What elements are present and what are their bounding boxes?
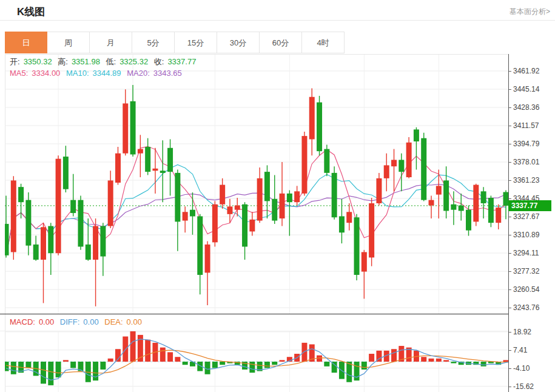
macd-tick-label-mark: [509, 368, 511, 369]
macd-tick-label-mark: [509, 332, 511, 333]
dea-value: 0.00: [127, 317, 142, 326]
page-title: K线图: [17, 5, 45, 19]
period-tab-1[interactable]: 日: [5, 32, 47, 53]
price-tick-label-mark: [509, 308, 511, 308]
low-value: 3325.32: [119, 57, 148, 66]
price-tick-label: 3461.92: [513, 67, 539, 75]
open-value: 3350.32: [24, 57, 52, 66]
price-axis-line: [508, 54, 509, 392]
period-tab-5[interactable]: 15分: [175, 32, 217, 53]
candlestick-chart[interactable]: [5, 55, 508, 314]
period-tab-6[interactable]: 30分: [217, 32, 260, 53]
ma10-label: MA10:: [66, 69, 89, 78]
period-tab-4[interactable]: 5分: [132, 32, 175, 53]
low-label: 低:: [106, 57, 116, 66]
ma5-label: MA5:: [10, 69, 28, 78]
price-tick-label-mark: [509, 89, 511, 90]
price-tick-label-mark: [509, 144, 511, 144]
price-tick-label: 3361.23: [513, 176, 539, 184]
price-tick-label-mark: [509, 180, 511, 181]
price-tick-label: 3260.54: [513, 285, 539, 294]
price-tick-label-mark: [509, 235, 511, 235]
macd-legend-row: MACD:0.00 DIFF:0.00 DEA:0.00: [0, 314, 508, 331]
macd-label: MACD:: [10, 317, 35, 326]
price-tick-label-mark: [509, 271, 511, 272]
ma-legend: MA5:3334.00 MA10:3344.89 MA20:3343.65: [10, 69, 186, 78]
period-tab-7[interactable]: 60分: [260, 32, 302, 53]
price-tick-label-mark: [509, 126, 511, 126]
macd-tick-label-mark: [509, 350, 511, 351]
period-tab-2[interactable]: 周: [47, 32, 90, 53]
price-tick-label: 3310.89: [513, 231, 539, 239]
diff-value: 0.00: [83, 317, 98, 326]
macd-tick-label: -15.62: [513, 382, 534, 391]
current-price-badge: 3337.77: [508, 200, 551, 211]
price-tick-label-mark: [509, 71, 511, 72]
macd-tick-label: 7.41: [513, 346, 527, 354]
price-tick-label-mark: [509, 253, 511, 254]
price-tick-label-mark: [509, 217, 511, 217]
price-tick-label-mark: [509, 289, 511, 290]
macd-tick-label-mark: [509, 387, 511, 387]
macd-value: 0.00: [39, 317, 54, 326]
period-tabs: 日周月5分15分30分60分4时: [5, 32, 345, 53]
macd-tick-label: 18.92: [513, 328, 531, 336]
period-tab-8[interactable]: 4时: [302, 32, 345, 53]
kline-page: K线图 基本面分析> 日周月5分15分30分60分4时 开:3350.32 高:…: [0, 0, 555, 392]
price-tick-label-mark: [509, 107, 511, 108]
price-tick-label: 3277.32: [513, 267, 539, 275]
ma5-value: 3334.00: [32, 69, 60, 78]
price-tick-label: 3294.11: [513, 249, 539, 257]
dea-label: DEA:: [104, 317, 123, 326]
macd-chart[interactable]: [5, 331, 508, 392]
close-label: 收:: [154, 57, 164, 66]
diff-label: DIFF:: [60, 317, 80, 326]
price-tick-label: 3428.36: [513, 103, 539, 112]
price-tick-label: 3378.01: [513, 158, 539, 166]
price-tick-label-mark: [509, 198, 511, 199]
ma10-value: 3344.89: [93, 69, 121, 78]
high-label: 高:: [58, 57, 68, 66]
price-tick-label: 3445.14: [513, 85, 539, 93]
ma20-value: 3343.65: [153, 69, 182, 78]
ohlc-legend: 开:3350.32 高:3351.98 低:3325.32 收:3337.77: [10, 56, 200, 67]
price-tick-label: 3411.57: [513, 121, 539, 130]
open-label: 开:: [10, 57, 20, 66]
fundamental-analysis-link[interactable]: 基本面分析>: [510, 7, 550, 17]
ma20-label: MA20:: [127, 69, 150, 78]
close-value: 3337.77: [167, 57, 196, 66]
macd-legend: MACD:0.00 DIFF:0.00 DEA:0.00: [10, 317, 146, 326]
price-tick-label: 3327.67: [513, 212, 539, 221]
price-tick-label: 3394.79: [513, 140, 539, 148]
macd-tick-label: -4.10: [513, 364, 530, 373]
header-divider: [0, 20, 555, 21]
high-value: 3351.98: [72, 57, 100, 66]
price-tick-label: 3243.76: [513, 303, 539, 312]
price-tick-label-mark: [509, 162, 511, 163]
period-tab-3[interactable]: 月: [90, 32, 132, 53]
